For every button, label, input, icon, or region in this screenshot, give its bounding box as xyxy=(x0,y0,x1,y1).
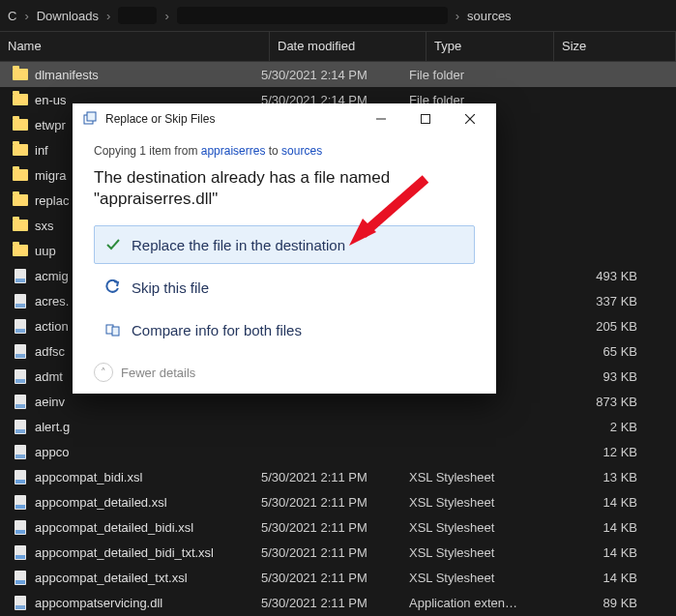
compare-icon xyxy=(104,321,122,338)
file-size: 13 KB xyxy=(520,470,676,484)
file-date: 5/30/2021 2:11 PM xyxy=(253,495,401,510)
copy-source-link[interactable]: appraiserres xyxy=(201,144,266,158)
file-name: appcompat_detailed_bidi_txt.xsl xyxy=(35,545,253,560)
copy-dest-link[interactable]: sources xyxy=(281,144,322,158)
column-headers: Name Date modified Type Size xyxy=(0,31,676,62)
option-replace-label: Replace the file in the destination xyxy=(132,237,345,253)
breadcrumb[interactable]: C › Downloads › › › sources xyxy=(0,0,676,31)
option-skip-label: Skip this file xyxy=(132,279,209,296)
close-button[interactable] xyxy=(448,104,492,133)
file-icon xyxy=(12,419,29,434)
fewer-details-label: Fewer details xyxy=(121,366,195,380)
file-date: 5/30/2021 2:11 PM xyxy=(253,470,401,484)
file-date: 5/30/2021 2:11 PM xyxy=(253,596,401,610)
file-size: 337 KB xyxy=(520,294,676,308)
breadcrumb-sources[interactable]: sources xyxy=(467,9,512,23)
file-name: appcompat_detailed_txt.xsl xyxy=(35,571,253,585)
file-size: 205 KB xyxy=(520,319,676,334)
redacted-segment xyxy=(177,7,448,24)
folder-icon xyxy=(12,67,29,82)
folder-icon xyxy=(12,167,29,183)
file-row[interactable]: appco12 KB xyxy=(0,439,676,464)
option-skip[interactable]: Skip this file xyxy=(94,268,475,307)
copy-prefix: Copying 1 item from xyxy=(94,144,201,158)
option-compare-label: Compare info for both files xyxy=(132,322,302,338)
file-size: 2 KB xyxy=(520,420,676,434)
file-icon xyxy=(12,444,29,459)
chevron-right-icon: › xyxy=(106,9,110,23)
folder-icon xyxy=(12,117,29,132)
option-compare[interactable]: Compare info for both files xyxy=(94,310,475,349)
file-type: XSL Stylesheet xyxy=(401,571,520,585)
svg-rect-1 xyxy=(87,112,96,121)
redacted-segment xyxy=(118,7,157,24)
file-size: 93 KB xyxy=(520,369,676,384)
xsl-file-icon xyxy=(12,519,29,535)
file-row[interactable]: appcompat_bidi.xsl5/30/2021 2:11 PMXSL S… xyxy=(0,464,676,489)
column-date[interactable]: Date modified xyxy=(270,32,426,61)
file-type: XSL Stylesheet xyxy=(401,545,520,560)
file-type: File folder xyxy=(401,68,520,82)
option-replace[interactable]: Replace the file in the destination xyxy=(94,225,475,264)
file-row[interactable]: dlmanifests5/30/2021 2:14 PMFile folder xyxy=(0,62,676,87)
minimize-button[interactable] xyxy=(359,104,403,133)
chevron-right-icon: › xyxy=(24,9,28,23)
file-name: appcompat_bidi.xsl xyxy=(35,470,253,484)
breadcrumb-downloads[interactable]: Downloads xyxy=(37,9,99,23)
breadcrumb-drive[interactable]: C xyxy=(8,9,16,23)
file-name: alert.g xyxy=(35,420,253,434)
folder-icon xyxy=(12,92,29,107)
copy-status: Copying 1 item from appraiserres to sour… xyxy=(94,144,475,158)
file-size: 14 KB xyxy=(520,545,676,560)
dialog-title: Replace or Skip Files xyxy=(105,112,359,126)
file-date: 5/30/2021 2:11 PM xyxy=(253,571,401,585)
column-name[interactable]: Name xyxy=(0,32,270,61)
file-size: 12 KB xyxy=(520,445,676,459)
file-type: XSL Stylesheet xyxy=(401,495,520,510)
file-icon xyxy=(12,394,29,409)
file-date: 5/30/2021 2:11 PM xyxy=(253,520,401,535)
file-size: 89 KB xyxy=(520,596,676,610)
dialog-titlebar[interactable]: Replace or Skip Files xyxy=(73,103,496,134)
file-name: appcompatservicing.dll xyxy=(35,596,253,610)
file-size: 873 KB xyxy=(520,395,676,409)
file-name: appcompat_detailed.xsl xyxy=(35,495,253,510)
maximize-button[interactable] xyxy=(403,104,448,133)
file-date: 5/30/2021 2:14 PM xyxy=(253,68,401,82)
file-name: appcompat_detailed_bidi.xsl xyxy=(35,520,253,535)
conflict-message: The destination already has a file named… xyxy=(94,167,475,210)
file-type: XSL Stylesheet xyxy=(401,470,520,484)
file-row[interactable]: appcompat_detailed_txt.xsl5/30/2021 2:11… xyxy=(0,565,676,590)
chevron-up-icon: ˄ xyxy=(94,363,113,382)
column-size[interactable]: Size xyxy=(554,32,676,61)
file-row[interactable]: appcompat_detailed_bidi_txt.xsl5/30/2021… xyxy=(0,540,676,565)
chevron-right-icon: › xyxy=(164,9,168,23)
fewer-details[interactable]: ˄ Fewer details xyxy=(94,363,475,382)
file-row[interactable]: alert.g2 KB xyxy=(0,414,676,439)
file-icon xyxy=(12,343,29,359)
file-icon xyxy=(12,318,29,334)
folder-icon xyxy=(12,218,29,233)
copy-mid: to xyxy=(265,144,281,158)
file-icon xyxy=(12,293,29,308)
xsl-file-icon xyxy=(12,469,29,484)
file-size: 14 KB xyxy=(520,495,676,510)
file-row[interactable]: appcompatservicing.dll5/30/2021 2:11 PMA… xyxy=(0,590,676,615)
file-size: 14 KB xyxy=(520,520,676,535)
file-size: 493 KB xyxy=(520,269,676,283)
column-type[interactable]: Type xyxy=(426,32,554,61)
file-size: 14 KB xyxy=(520,571,676,585)
replace-skip-dialog: Replace or Skip Files Copying 1 item fro… xyxy=(73,103,496,394)
file-name: appco xyxy=(35,445,253,459)
file-row[interactable]: appcompat_detailed.xsl5/30/2021 2:11 PMX… xyxy=(0,489,676,514)
file-icon xyxy=(12,368,29,384)
svg-rect-3 xyxy=(422,115,430,124)
file-icon xyxy=(12,268,29,283)
file-size: 65 KB xyxy=(520,344,676,359)
svg-rect-7 xyxy=(112,327,119,336)
file-row[interactable]: appcompat_detailed_bidi.xsl5/30/2021 2:1… xyxy=(0,514,676,540)
file-date: 5/30/2021 2:11 PM xyxy=(253,545,401,560)
copy-dialog-icon xyxy=(82,111,98,127)
xsl-file-icon xyxy=(12,494,29,510)
file-type: Application exten… xyxy=(401,596,520,610)
